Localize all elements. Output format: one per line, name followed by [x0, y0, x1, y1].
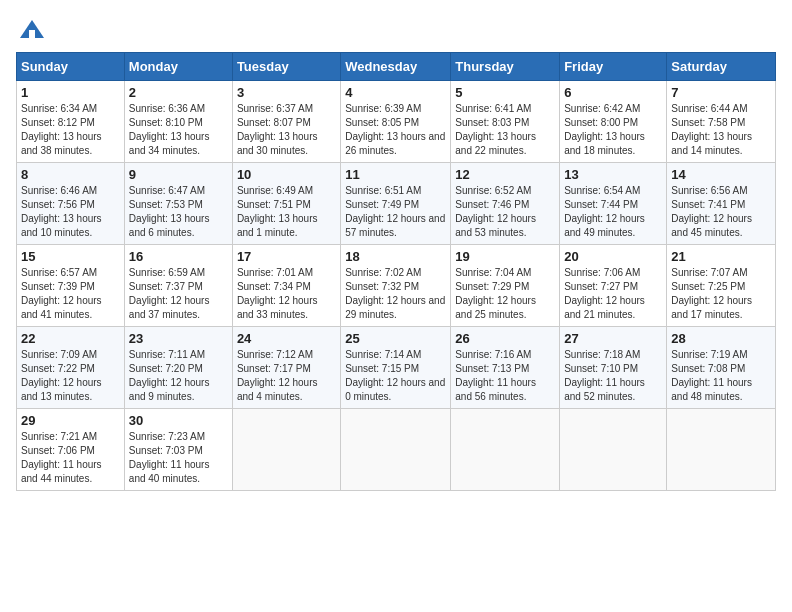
svg-rect-1 [29, 30, 35, 38]
daylight-hours: Daylight: 13 hours and 6 minutes. [129, 213, 210, 238]
day-number: 13 [564, 167, 662, 182]
day-info: Sunrise: 7:07 AM Sunset: 7:25 PM Dayligh… [671, 266, 771, 322]
daylight-hours: Daylight: 12 hours and 37 minutes. [129, 295, 210, 320]
sunrise-time: Sunrise: 6:42 AM [564, 103, 640, 114]
calendar-cell: 4 Sunrise: 6:39 AM Sunset: 8:05 PM Dayli… [341, 81, 451, 163]
daylight-hours: Daylight: 12 hours and 9 minutes. [129, 377, 210, 402]
column-header-tuesday: Tuesday [232, 53, 340, 81]
day-info: Sunrise: 7:01 AM Sunset: 7:34 PM Dayligh… [237, 266, 336, 322]
calendar-cell: 3 Sunrise: 6:37 AM Sunset: 8:07 PM Dayli… [232, 81, 340, 163]
sunset-time: Sunset: 7:13 PM [455, 363, 529, 374]
calendar-cell: 6 Sunrise: 6:42 AM Sunset: 8:00 PM Dayli… [560, 81, 667, 163]
day-info: Sunrise: 6:59 AM Sunset: 7:37 PM Dayligh… [129, 266, 228, 322]
day-info: Sunrise: 6:37 AM Sunset: 8:07 PM Dayligh… [237, 102, 336, 158]
sunrise-time: Sunrise: 6:54 AM [564, 185, 640, 196]
sunrise-time: Sunrise: 6:34 AM [21, 103, 97, 114]
calendar-cell: 14 Sunrise: 6:56 AM Sunset: 7:41 PM Dayl… [667, 163, 776, 245]
daylight-hours: Daylight: 13 hours and 38 minutes. [21, 131, 102, 156]
daylight-hours: Daylight: 12 hours and 29 minutes. [345, 295, 445, 320]
daylight-hours: Daylight: 13 hours and 14 minutes. [671, 131, 752, 156]
calendar-cell: 2 Sunrise: 6:36 AM Sunset: 8:10 PM Dayli… [124, 81, 232, 163]
calendar-cell: 23 Sunrise: 7:11 AM Sunset: 7:20 PM Dayl… [124, 327, 232, 409]
day-info: Sunrise: 6:44 AM Sunset: 7:58 PM Dayligh… [671, 102, 771, 158]
day-info: Sunrise: 7:21 AM Sunset: 7:06 PM Dayligh… [21, 430, 120, 486]
daylight-hours: Daylight: 11 hours and 48 minutes. [671, 377, 752, 402]
calendar-cell [560, 409, 667, 491]
daylight-hours: Daylight: 12 hours and 49 minutes. [564, 213, 645, 238]
day-number: 26 [455, 331, 555, 346]
sunset-time: Sunset: 8:05 PM [345, 117, 419, 128]
daylight-hours: Daylight: 11 hours and 52 minutes. [564, 377, 645, 402]
daylight-hours: Daylight: 12 hours and 41 minutes. [21, 295, 102, 320]
sunrise-time: Sunrise: 6:46 AM [21, 185, 97, 196]
daylight-hours: Daylight: 13 hours and 26 minutes. [345, 131, 445, 156]
calendar-cell: 25 Sunrise: 7:14 AM Sunset: 7:15 PM Dayl… [341, 327, 451, 409]
day-info: Sunrise: 6:54 AM Sunset: 7:44 PM Dayligh… [564, 184, 662, 240]
sunrise-time: Sunrise: 6:37 AM [237, 103, 313, 114]
sunrise-time: Sunrise: 7:04 AM [455, 267, 531, 278]
day-info: Sunrise: 7:06 AM Sunset: 7:27 PM Dayligh… [564, 266, 662, 322]
calendar-cell: 26 Sunrise: 7:16 AM Sunset: 7:13 PM Dayl… [451, 327, 560, 409]
calendar-cell: 13 Sunrise: 6:54 AM Sunset: 7:44 PM Dayl… [560, 163, 667, 245]
sunset-time: Sunset: 7:49 PM [345, 199, 419, 210]
daylight-hours: Daylight: 12 hours and 25 minutes. [455, 295, 536, 320]
sunset-time: Sunset: 7:58 PM [671, 117, 745, 128]
sunrise-time: Sunrise: 7:18 AM [564, 349, 640, 360]
daylight-hours: Daylight: 11 hours and 40 minutes. [129, 459, 210, 484]
day-number: 20 [564, 249, 662, 264]
daylight-hours: Daylight: 12 hours and 53 minutes. [455, 213, 536, 238]
calendar-cell: 8 Sunrise: 6:46 AM Sunset: 7:56 PM Dayli… [17, 163, 125, 245]
sunrise-time: Sunrise: 7:19 AM [671, 349, 747, 360]
day-number: 3 [237, 85, 336, 100]
sunset-time: Sunset: 7:44 PM [564, 199, 638, 210]
day-number: 17 [237, 249, 336, 264]
sunset-time: Sunset: 8:00 PM [564, 117, 638, 128]
sunset-time: Sunset: 7:08 PM [671, 363, 745, 374]
logo [16, 16, 46, 44]
sunset-time: Sunset: 8:10 PM [129, 117, 203, 128]
sunset-time: Sunset: 8:07 PM [237, 117, 311, 128]
day-info: Sunrise: 6:46 AM Sunset: 7:56 PM Dayligh… [21, 184, 120, 240]
sunrise-time: Sunrise: 7:02 AM [345, 267, 421, 278]
day-number: 24 [237, 331, 336, 346]
daylight-hours: Daylight: 13 hours and 10 minutes. [21, 213, 102, 238]
calendar-cell: 1 Sunrise: 6:34 AM Sunset: 8:12 PM Dayli… [17, 81, 125, 163]
day-info: Sunrise: 7:23 AM Sunset: 7:03 PM Dayligh… [129, 430, 228, 486]
calendar-cell: 17 Sunrise: 7:01 AM Sunset: 7:34 PM Dayl… [232, 245, 340, 327]
sunrise-time: Sunrise: 7:12 AM [237, 349, 313, 360]
calendar-cell: 16 Sunrise: 6:59 AM Sunset: 7:37 PM Dayl… [124, 245, 232, 327]
sunrise-time: Sunrise: 7:16 AM [455, 349, 531, 360]
sunrise-time: Sunrise: 7:07 AM [671, 267, 747, 278]
calendar-cell: 19 Sunrise: 7:04 AM Sunset: 7:29 PM Dayl… [451, 245, 560, 327]
sunrise-time: Sunrise: 6:56 AM [671, 185, 747, 196]
sunrise-time: Sunrise: 6:52 AM [455, 185, 531, 196]
sunrise-time: Sunrise: 7:09 AM [21, 349, 97, 360]
calendar-cell: 28 Sunrise: 7:19 AM Sunset: 7:08 PM Dayl… [667, 327, 776, 409]
day-info: Sunrise: 7:04 AM Sunset: 7:29 PM Dayligh… [455, 266, 555, 322]
calendar-cell: 24 Sunrise: 7:12 AM Sunset: 7:17 PM Dayl… [232, 327, 340, 409]
day-info: Sunrise: 7:18 AM Sunset: 7:10 PM Dayligh… [564, 348, 662, 404]
sunset-time: Sunset: 7:20 PM [129, 363, 203, 374]
day-info: Sunrise: 6:39 AM Sunset: 8:05 PM Dayligh… [345, 102, 446, 158]
daylight-hours: Daylight: 11 hours and 44 minutes. [21, 459, 102, 484]
column-header-saturday: Saturday [667, 53, 776, 81]
daylight-hours: Daylight: 12 hours and 33 minutes. [237, 295, 318, 320]
day-info: Sunrise: 7:02 AM Sunset: 7:32 PM Dayligh… [345, 266, 446, 322]
daylight-hours: Daylight: 12 hours and 45 minutes. [671, 213, 752, 238]
sunset-time: Sunset: 7:10 PM [564, 363, 638, 374]
day-number: 27 [564, 331, 662, 346]
day-info: Sunrise: 6:51 AM Sunset: 7:49 PM Dayligh… [345, 184, 446, 240]
calendar-cell: 22 Sunrise: 7:09 AM Sunset: 7:22 PM Dayl… [17, 327, 125, 409]
daylight-hours: Daylight: 13 hours and 22 minutes. [455, 131, 536, 156]
day-number: 11 [345, 167, 446, 182]
daylight-hours: Daylight: 13 hours and 18 minutes. [564, 131, 645, 156]
sunset-time: Sunset: 7:32 PM [345, 281, 419, 292]
sunrise-time: Sunrise: 7:01 AM [237, 267, 313, 278]
calendar-cell: 18 Sunrise: 7:02 AM Sunset: 7:32 PM Dayl… [341, 245, 451, 327]
calendar-table: SundayMondayTuesdayWednesdayThursdayFrid… [16, 52, 776, 491]
daylight-hours: Daylight: 12 hours and 4 minutes. [237, 377, 318, 402]
day-number: 30 [129, 413, 228, 428]
day-info: Sunrise: 7:12 AM Sunset: 7:17 PM Dayligh… [237, 348, 336, 404]
day-info: Sunrise: 6:41 AM Sunset: 8:03 PM Dayligh… [455, 102, 555, 158]
calendar-cell: 11 Sunrise: 6:51 AM Sunset: 7:49 PM Dayl… [341, 163, 451, 245]
